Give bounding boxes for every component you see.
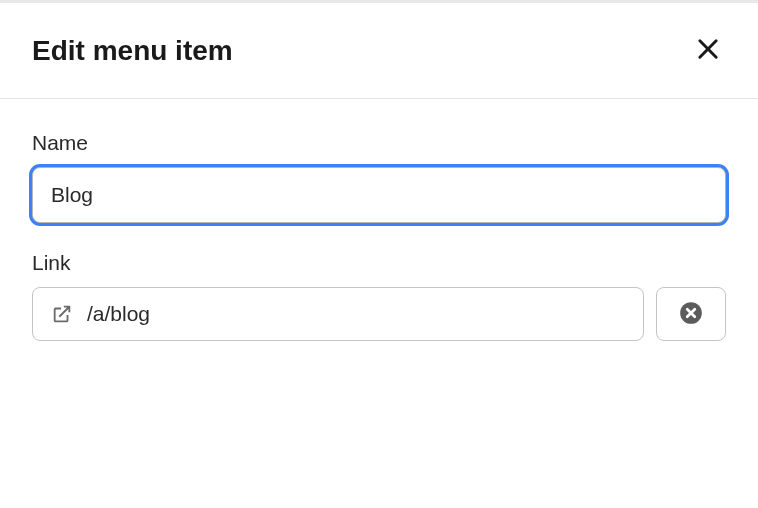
name-field-group: Name [32,131,726,223]
dialog-title: Edit menu item [32,35,233,67]
close-button[interactable] [690,31,726,70]
name-input-wrapper [32,167,726,223]
external-link-icon [51,303,73,325]
dialog-body: Name Link /a/blog [0,99,758,341]
link-label: Link [32,251,726,275]
close-icon [694,35,722,66]
link-field-group: Link /a/blog [32,251,726,341]
link-value: /a/blog [87,302,150,326]
link-input[interactable]: /a/blog [32,287,644,341]
dialog-header: Edit menu item [0,3,758,99]
edit-menu-item-dialog: Edit menu item Name Link [0,3,758,341]
name-input[interactable] [32,167,726,223]
clear-link-button[interactable] [656,287,726,341]
link-row: /a/blog [32,287,726,341]
name-label: Name [32,131,726,155]
clear-icon [678,300,704,329]
